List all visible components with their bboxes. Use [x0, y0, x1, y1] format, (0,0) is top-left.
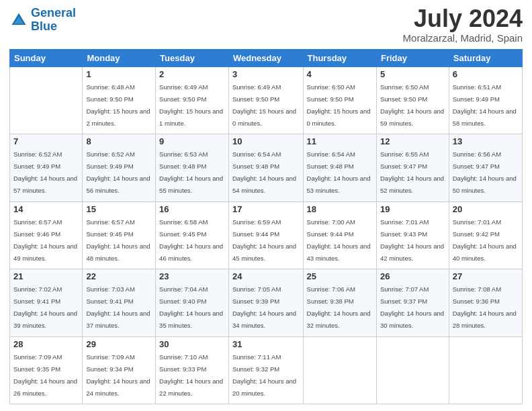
th-monday: Monday — [83, 50, 156, 67]
logo-line1: General — [31, 6, 76, 19]
calendar-week-row: 14 Sunrise: 6:57 AMSunset: 9:46 PMDaylig… — [10, 201, 523, 269]
calendar-day-cell: 12 Sunrise: 6:55 AMSunset: 9:47 PMDaylig… — [376, 134, 449, 201]
cell-date: 26 — [380, 271, 445, 281]
calendar-day-cell: 23 Sunrise: 7:04 AMSunset: 9:40 PMDaylig… — [156, 269, 229, 336]
cell-date: 23 — [159, 271, 225, 281]
cell-date: 2 — [159, 69, 225, 79]
calendar-day-cell: 9 Sunrise: 6:53 AMSunset: 9:48 PMDayligh… — [156, 134, 229, 201]
calendar-week-row: 1 Sunrise: 6:48 AMSunset: 9:50 PMDayligh… — [10, 67, 523, 134]
th-thursday: Thursday — [303, 50, 376, 67]
calendar-table: Sunday Monday Tuesday Wednesday Thursday… — [9, 49, 523, 404]
calendar-day-cell: 27 Sunrise: 7:08 AMSunset: 9:36 PMDaylig… — [449, 269, 522, 336]
title-block: July 2024 Moralzarzal, Madrid, Spain — [403, 7, 523, 44]
calendar-day-cell: 25 Sunrise: 7:06 AMSunset: 9:38 PMDaylig… — [303, 269, 376, 336]
cell-date: 1 — [86, 69, 152, 79]
logo: General Blue — [9, 7, 76, 34]
calendar-day-cell: 1 Sunrise: 6:48 AMSunset: 9:50 PMDayligh… — [83, 67, 156, 134]
calendar-day-cell: 31 Sunrise: 7:11 AMSunset: 9:32 PMDaylig… — [228, 336, 303, 404]
cell-date: 20 — [453, 204, 519, 214]
cell-info: Sunrise: 6:58 AMSunset: 9:45 PMDaylight:… — [159, 218, 223, 262]
calendar-day-cell: 4 Sunrise: 6:50 AMSunset: 9:50 PMDayligh… — [303, 67, 376, 134]
cell-info: Sunrise: 7:06 AMSunset: 9:38 PMDaylight:… — [307, 285, 371, 329]
calendar-day-cell: 28 Sunrise: 7:09 AMSunset: 9:35 PMDaylig… — [10, 336, 83, 404]
cell-info: Sunrise: 6:57 AMSunset: 9:46 PMDaylight:… — [13, 218, 77, 262]
cell-date: 31 — [232, 339, 300, 349]
cell-date: 22 — [86, 271, 152, 281]
calendar-day-cell: 20 Sunrise: 7:01 AMSunset: 9:42 PMDaylig… — [449, 201, 522, 269]
cell-date: 12 — [380, 136, 445, 146]
cell-date: 7 — [13, 136, 79, 146]
page: General Blue July 2024 Moralzarzal, Madr… — [0, 0, 532, 411]
calendar-day-cell — [449, 336, 522, 404]
calendar-day-cell: 16 Sunrise: 6:58 AMSunset: 9:45 PMDaylig… — [156, 201, 229, 269]
cell-info: Sunrise: 7:09 AMSunset: 9:35 PMDaylight:… — [13, 353, 77, 397]
calendar-day-cell: 19 Sunrise: 7:01 AMSunset: 9:43 PMDaylig… — [376, 201, 449, 269]
cell-date: 17 — [232, 204, 300, 214]
cell-info: Sunrise: 6:55 AMSunset: 9:47 PMDaylight:… — [380, 150, 444, 194]
calendar-day-cell: 3 Sunrise: 6:49 AMSunset: 9:50 PMDayligh… — [228, 67, 303, 134]
cell-date: 21 — [13, 271, 79, 281]
calendar-week-row: 28 Sunrise: 7:09 AMSunset: 9:35 PMDaylig… — [10, 336, 523, 404]
calendar-day-cell: 17 Sunrise: 6:59 AMSunset: 9:44 PMDaylig… — [228, 201, 303, 269]
cell-info: Sunrise: 6:48 AMSunset: 9:50 PMDaylight:… — [86, 83, 150, 127]
cell-date: 14 — [13, 204, 79, 214]
month-title: July 2024 — [403, 7, 523, 31]
cell-date: 19 — [380, 204, 445, 214]
cell-date: 16 — [159, 204, 225, 214]
cell-date: 27 — [453, 271, 519, 281]
calendar-day-cell: 18 Sunrise: 7:00 AMSunset: 9:44 PMDaylig… — [303, 201, 376, 269]
calendar-day-cell: 21 Sunrise: 7:02 AMSunset: 9:41 PMDaylig… — [10, 269, 83, 336]
cell-info: Sunrise: 6:50 AMSunset: 9:50 PMDaylight:… — [380, 83, 444, 127]
cell-info: Sunrise: 6:49 AMSunset: 9:50 PMDaylight:… — [159, 83, 223, 127]
cell-info: Sunrise: 6:52 AMSunset: 9:49 PMDaylight:… — [13, 150, 77, 194]
cell-date: 10 — [232, 136, 300, 146]
cell-date: 18 — [307, 204, 373, 214]
cell-date: 15 — [86, 204, 152, 214]
calendar-day-cell: 13 Sunrise: 6:56 AMSunset: 9:47 PMDaylig… — [449, 134, 522, 201]
calendar-day-cell: 10 Sunrise: 6:54 AMSunset: 9:48 PMDaylig… — [228, 134, 303, 201]
weekday-header-row: Sunday Monday Tuesday Wednesday Thursday… — [10, 50, 523, 67]
calendar-body: 1 Sunrise: 6:48 AMSunset: 9:50 PMDayligh… — [10, 67, 523, 404]
cell-info: Sunrise: 6:51 AMSunset: 9:49 PMDaylight:… — [453, 83, 517, 127]
cell-date: 24 — [232, 271, 300, 281]
th-tuesday: Tuesday — [156, 50, 229, 67]
cell-info: Sunrise: 7:00 AMSunset: 9:44 PMDaylight:… — [307, 218, 371, 262]
calendar-day-cell: 15 Sunrise: 6:57 AMSunset: 9:45 PMDaylig… — [83, 201, 156, 269]
calendar-week-row: 7 Sunrise: 6:52 AMSunset: 9:49 PMDayligh… — [10, 134, 523, 201]
cell-info: Sunrise: 7:11 AMSunset: 9:32 PMDaylight:… — [232, 353, 296, 397]
th-saturday: Saturday — [449, 50, 522, 67]
cell-info: Sunrise: 6:49 AMSunset: 9:50 PMDaylight:… — [232, 83, 296, 127]
cell-info: Sunrise: 7:03 AMSunset: 9:41 PMDaylight:… — [86, 285, 150, 329]
cell-info: Sunrise: 7:08 AMSunset: 9:36 PMDaylight:… — [453, 285, 517, 329]
cell-date: 8 — [86, 136, 152, 146]
cell-date: 6 — [453, 69, 519, 79]
cell-info: Sunrise: 7:02 AMSunset: 9:41 PMDaylight:… — [13, 285, 77, 329]
calendar-week-row: 21 Sunrise: 7:02 AMSunset: 9:41 PMDaylig… — [10, 269, 523, 336]
cell-info: Sunrise: 7:07 AMSunset: 9:37 PMDaylight:… — [380, 285, 444, 329]
cell-info: Sunrise: 7:01 AMSunset: 9:42 PMDaylight:… — [453, 218, 517, 262]
calendar-day-cell: 6 Sunrise: 6:51 AMSunset: 9:49 PMDayligh… — [449, 67, 522, 134]
location-title: Moralzarzal, Madrid, Spain — [403, 32, 523, 44]
cell-info: Sunrise: 6:50 AMSunset: 9:50 PMDaylight:… — [307, 83, 371, 127]
calendar-day-cell: 24 Sunrise: 7:05 AMSunset: 9:39 PMDaylig… — [228, 269, 303, 336]
cell-info: Sunrise: 6:52 AMSunset: 9:49 PMDaylight:… — [86, 150, 150, 194]
cell-info: Sunrise: 7:09 AMSunset: 9:34 PMDaylight:… — [86, 353, 150, 397]
cell-info: Sunrise: 6:57 AMSunset: 9:45 PMDaylight:… — [86, 218, 150, 262]
th-wednesday: Wednesday — [228, 50, 303, 67]
cell-info: Sunrise: 6:54 AMSunset: 9:48 PMDaylight:… — [307, 150, 371, 194]
cell-date: 30 — [159, 339, 225, 349]
header: General Blue July 2024 Moralzarzal, Madr… — [9, 7, 523, 44]
calendar-day-cell — [303, 336, 376, 404]
calendar-day-cell — [10, 67, 83, 134]
cell-info: Sunrise: 6:59 AMSunset: 9:44 PMDaylight:… — [232, 218, 296, 262]
cell-date: 29 — [86, 339, 152, 349]
cell-date: 28 — [13, 339, 79, 349]
calendar-day-cell: 5 Sunrise: 6:50 AMSunset: 9:50 PMDayligh… — [376, 67, 449, 134]
cell-info: Sunrise: 6:53 AMSunset: 9:48 PMDaylight:… — [159, 150, 223, 194]
cell-info: Sunrise: 7:10 AMSunset: 9:33 PMDaylight:… — [159, 353, 223, 397]
cell-info: Sunrise: 7:05 AMSunset: 9:39 PMDaylight:… — [232, 285, 296, 329]
calendar-day-cell: 29 Sunrise: 7:09 AMSunset: 9:34 PMDaylig… — [83, 336, 156, 404]
calendar-day-cell: 30 Sunrise: 7:10 AMSunset: 9:33 PMDaylig… — [156, 336, 229, 404]
cell-date: 11 — [307, 136, 373, 146]
logo-text: General Blue — [31, 7, 76, 34]
